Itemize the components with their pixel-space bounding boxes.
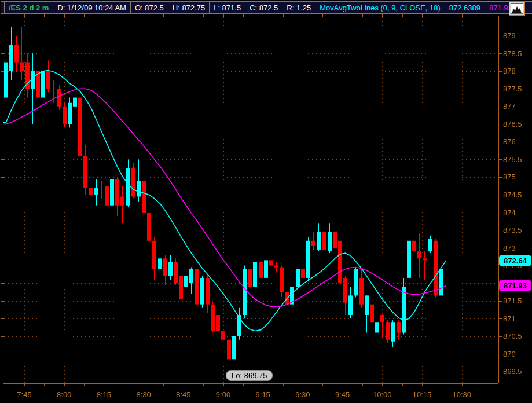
ma-fast-axis-badge: 872.64 xyxy=(499,255,531,266)
high-readout: H: 872.75 xyxy=(168,1,210,14)
range-readout: R: 1.25 xyxy=(282,1,315,14)
chart-header-bar: /ES 2 d 2 m D: 1/12/09 10:24 AM O: 872.5… xyxy=(1,1,532,14)
open-readout: O: 872.5 xyxy=(130,1,168,14)
ma-slow-axis-badge: 871.93 xyxy=(499,280,531,291)
study-label-movavgtwolines[interactable]: MovAvgTwoLines (0, 9, CLOSE, 18) xyxy=(315,1,445,14)
toolbar-filler xyxy=(524,1,532,14)
ma-fast-value-readout: 872.6389 xyxy=(445,1,485,14)
close-readout: C: 872.5 xyxy=(245,1,282,14)
low-readout: L: 871.5 xyxy=(209,1,245,14)
candlestick-chart[interactable] xyxy=(0,0,532,403)
chart-style-button[interactable] xyxy=(509,2,525,16)
low-annotation-tooltip: Lo: 869.75 xyxy=(226,370,273,381)
symbol-timeframe-label[interactable]: /ES 2 d 2 m xyxy=(4,1,53,14)
datetime-readout: D: 1/12/09 10:24 AM xyxy=(53,1,131,14)
mini-area-chart-icon xyxy=(511,3,523,14)
